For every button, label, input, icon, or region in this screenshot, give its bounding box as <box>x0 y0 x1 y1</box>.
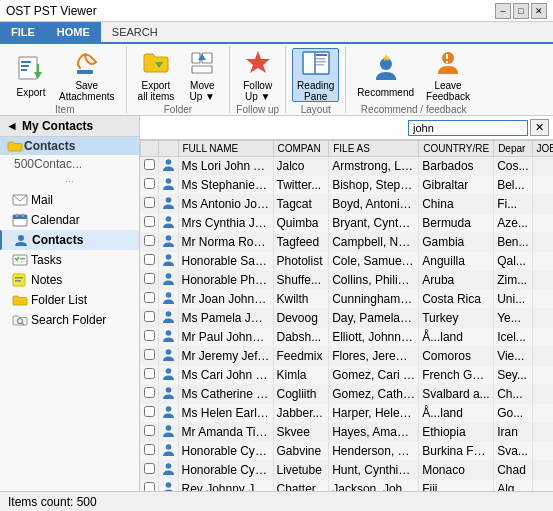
table-row[interactable]: Ms Catherine Wal...CogliithGomez, Cather… <box>141 385 554 404</box>
sidebar-item-contacts-active[interactable]: Contacts <box>0 230 139 250</box>
follow-up-button[interactable]: FollowUp ▼ <box>237 48 279 102</box>
row-checkbox[interactable] <box>144 406 155 417</box>
cell-company: Shuffe... <box>273 271 329 290</box>
svg-rect-17 <box>316 61 326 63</box>
row-checkbox[interactable] <box>144 273 155 284</box>
row-checkbox[interactable] <box>144 482 155 491</box>
table-row[interactable]: Mr Amanda Timo...SkveeHayes, Amanda Timo… <box>141 423 554 442</box>
row-checkbox[interactable] <box>144 178 155 189</box>
cell-department: Uni... <box>494 290 532 309</box>
contacts-folder-item[interactable]: Contacts <box>0 137 139 155</box>
cell-full-name: Ms Antonio Joh... <box>178 195 273 214</box>
cell-country: Aruba <box>419 271 494 290</box>
table-row[interactable]: Mr Joan Johnny C...KwilthCunningham, Joa… <box>141 290 554 309</box>
tab-search[interactable]: SEARCH <box>101 22 169 42</box>
sidebar-item-mail[interactable]: Mail <box>0 190 139 210</box>
col-country[interactable]: COUNTRY/RE <box>419 141 494 157</box>
col-fileas[interactable]: FILE AS <box>329 141 419 157</box>
row-checkbox[interactable] <box>144 292 155 303</box>
export-all-button[interactable]: Exportall items <box>133 48 180 102</box>
cell-file-as: Bishop, Stephanie Jo... <box>329 176 419 195</box>
folder-export-icon <box>140 48 172 78</box>
contacts-table: FULL NAME COMPAN FILE AS COUNTRY/RE Depa… <box>140 140 553 491</box>
row-checkbox[interactable] <box>144 235 155 246</box>
table-row[interactable]: Honorable Cynthi...LivetubeHunt, Cynthia… <box>141 461 554 480</box>
row-checkbox[interactable] <box>144 330 155 341</box>
close-button[interactable]: ✕ <box>531 3 547 19</box>
cell-file-as: Cunningham, Joan Jo... <box>329 290 419 309</box>
table-row[interactable]: Rev Johnny Jason...Chatter...Jackson, Jo… <box>141 480 554 492</box>
svg-point-44 <box>165 273 171 279</box>
save-attachments-button[interactable]: SaveAttachments <box>54 48 120 102</box>
sidebar-item-folder-list[interactable]: Folder List <box>0 290 139 310</box>
sidebar-item-search-folder[interactable]: Search Folder <box>0 310 139 330</box>
tab-file[interactable]: FILE <box>0 22 46 42</box>
move-up-button[interactable]: MoveUp ▼ <box>181 48 223 102</box>
row-checkbox[interactable] <box>144 311 155 322</box>
follow-up-label: FollowUp ▼ <box>243 80 272 102</box>
cell-country: Bermuda <box>419 214 494 233</box>
table-row[interactable]: Ms Helen Earl Har...Jabber...Harper, Hel… <box>141 404 554 423</box>
search-clear-button[interactable]: ✕ <box>530 119 549 136</box>
row-checkbox[interactable] <box>144 197 155 208</box>
minimize-button[interactable]: – <box>495 3 511 19</box>
table-row[interactable]: Ms Pamela John...DevoogDay, Pamela Johnn… <box>141 309 554 328</box>
table-row[interactable]: Ms Stephanie Joh...Twitter...Bishop, Ste… <box>141 176 554 195</box>
table-row[interactable]: Mr Paul Johnny Fi...Dabsh...Elliott, Joh… <box>141 328 554 347</box>
recommend-button[interactable]: Recommend <box>352 48 419 102</box>
table-row[interactable]: Honorable Cynthi...GabvineHenderson, Phy… <box>141 442 554 461</box>
row-contact-icon <box>158 195 178 214</box>
table-row[interactable]: Honorable Philip...Shuffe...Collins, Phi… <box>141 271 554 290</box>
svg-point-51 <box>165 406 171 412</box>
cell-department: Fi... <box>494 195 532 214</box>
row-checkbox[interactable] <box>144 216 155 227</box>
my-contacts-header[interactable]: ◄ My Contacts <box>0 116 139 137</box>
row-checkbox[interactable] <box>144 159 155 170</box>
row-contact-icon <box>158 404 178 423</box>
export-all-label: Exportall items <box>138 80 175 102</box>
row-checkbox[interactable] <box>144 444 155 455</box>
col-company[interactable]: COMPAN <box>273 141 329 157</box>
recommend-buttons: Recommend LeaveFeedback <box>352 48 475 102</box>
col-fullname[interactable]: FULL NAME <box>178 141 273 157</box>
row-checkbox[interactable] <box>144 425 155 436</box>
sidebar-item-calendar[interactable]: Calendar <box>0 210 139 230</box>
col-jobtitle[interactable]: JOB TI <box>532 141 553 157</box>
cell-company: Kwilth <box>273 290 329 309</box>
maximize-button[interactable]: □ <box>513 3 529 19</box>
svg-point-39 <box>165 178 171 184</box>
row-contact-icon <box>158 271 178 290</box>
cell-file-as: Boyd, Antonio Johnny <box>329 195 419 214</box>
col-checkbox[interactable] <box>141 141 159 157</box>
sidebar-item-tasks[interactable]: Tasks <box>0 250 139 270</box>
table-row[interactable]: Mr Jeremy Jeffrey...FeedmixFlores, Jerem… <box>141 347 554 366</box>
cell-country: Gambia <box>419 233 494 252</box>
table-row[interactable]: Mrs Cynthia John...QuimbaBryant, Cynthia… <box>141 214 554 233</box>
contacts-table-container[interactable]: FULL NAME COMPAN FILE AS COUNTRY/RE Depa… <box>140 140 553 491</box>
tab-home[interactable]: HOME <box>46 22 101 42</box>
row-checkbox[interactable] <box>144 349 155 360</box>
search-input[interactable] <box>408 120 528 136</box>
cell-job-title <box>532 461 553 480</box>
row-checkbox[interactable] <box>144 368 155 379</box>
cell-full-name: Mr Jeremy Jeffrey... <box>178 347 273 366</box>
export-button[interactable]: Export <box>10 48 52 102</box>
row-checkbox[interactable] <box>144 463 155 474</box>
leave-feedback-button[interactable]: LeaveFeedback <box>421 48 475 102</box>
cell-department: Chad <box>494 461 532 480</box>
svg-point-40 <box>165 197 171 203</box>
table-row[interactable]: Honorable Samuel...PhotolistCole, Samuel… <box>141 252 554 271</box>
sidebar-item-notes[interactable]: Notes <box>0 270 139 290</box>
table-row[interactable]: Ms Antonio Joh...TagcatBoyd, Antonio Joh… <box>141 195 554 214</box>
cell-file-as: Day, Pamela Johnny <box>329 309 419 328</box>
folder-list-label: Folder List <box>31 293 87 307</box>
table-row[interactable]: Ms Lori John Arm...JalcoArmstrong, Lori … <box>141 157 554 176</box>
cell-job-title <box>532 252 553 271</box>
col-depart[interactable]: Depar <box>494 141 532 157</box>
table-row[interactable]: Ms Cari John Go...KimlaGomez, Cari JohnF… <box>141 366 554 385</box>
row-contact-icon <box>158 366 178 385</box>
row-checkbox[interactable] <box>144 387 155 398</box>
row-checkbox[interactable] <box>144 254 155 265</box>
table-row[interactable]: Mr Norma Robert...TagfeedCampbell, Norma… <box>141 233 554 252</box>
reading-pane-button[interactable]: ReadingPane <box>292 48 339 102</box>
